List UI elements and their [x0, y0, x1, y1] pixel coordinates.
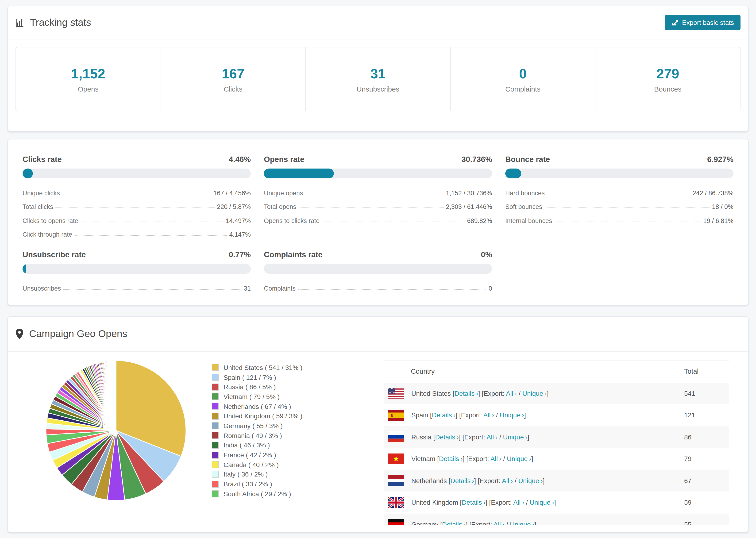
- legend-item-vietnam: Vietnam ( 79 / 5% ): [212, 392, 302, 402]
- detail-label: Total clicks: [23, 203, 53, 213]
- cell-total: 86: [684, 433, 729, 441]
- export-basic-stats-button[interactable]: Export basic stats: [665, 15, 740, 30]
- dotted-leader: [56, 207, 215, 208]
- progress-bar: [264, 169, 492, 178]
- legend-item-france: France ( 42 / 2% ): [212, 450, 302, 459]
- export-all-label: All: [506, 390, 513, 397]
- export-unique-label: Unique: [518, 477, 539, 484]
- rate-panel-head: Unsubscribe rate0.77%: [23, 250, 251, 259]
- export-prefix: [Export:: [469, 521, 492, 525]
- detail-label: Internal bounces: [505, 217, 552, 227]
- legend-item-germany: Germany ( 55 / 3% ): [212, 421, 302, 430]
- export-unique-link[interactable]: Unique›: [507, 455, 531, 463]
- legend-label: Canada ( 40 / 2% ): [224, 461, 279, 468]
- stat-bounces: 279Bounces: [595, 47, 740, 111]
- details-link-label: Details: [462, 499, 482, 506]
- export-all-link[interactable]: All›: [483, 411, 494, 419]
- cell-total: 59: [684, 499, 729, 506]
- rate-title: Bounce rate: [505, 154, 550, 164]
- progress-bar-fill: [264, 169, 334, 178]
- cell-total: 541: [684, 390, 729, 397]
- chevron-right-icon: ›: [502, 521, 504, 525]
- legend-swatch: [212, 490, 219, 497]
- page: Tracking stats Export basic stats 1,152O…: [0, 0, 756, 532]
- export-unique-label: Unique: [507, 455, 528, 463]
- progress-bar-fill: [23, 264, 26, 274]
- table-row-russia: Russia [Details›] [Export: All› / Unique…: [384, 426, 729, 448]
- chevron-right-icon: ›: [457, 433, 459, 441]
- export-unique-link[interactable]: Unique›: [500, 411, 524, 419]
- geo-legend: United States ( 541 / 31% )Spain ( 121 /…: [212, 363, 302, 499]
- legend-label: Russia ( 86 / 5% ): [224, 383, 276, 391]
- geo-opens-header: Campaign Geo Opens: [8, 317, 748, 351]
- dotted-leader: [298, 207, 444, 208]
- export-all-label: All: [483, 411, 490, 419]
- export-all-link[interactable]: All›: [502, 477, 513, 484]
- country-name: Vietnam: [411, 455, 435, 463]
- progress-bar: [23, 169, 251, 178]
- flag-icon-ru: [388, 432, 404, 443]
- export-prefix: [Export:: [466, 455, 489, 463]
- details-link[interactable]: Details›: [462, 499, 486, 506]
- bracket: ]: [531, 455, 533, 463]
- flag-icon-es: [388, 410, 404, 421]
- legend-swatch: [212, 413, 219, 420]
- detail-row-soft-bounces: Soft bounces18 / 0%: [505, 199, 733, 213]
- separator: /: [503, 455, 505, 463]
- export-button-label: Export basic stats: [682, 19, 734, 26]
- export-all-label: All: [486, 433, 494, 441]
- details-link[interactable]: Details›: [442, 521, 466, 525]
- flag-icon-us: [388, 388, 404, 399]
- export-prefix: [Export:: [459, 411, 482, 419]
- legend-label: Netherlands ( 67 / 4% ): [224, 403, 291, 410]
- rates-card: Clicks rate4.46%Unique clicks167 / 4.456…: [8, 139, 748, 305]
- legend-item-india: India ( 46 / 3% ): [212, 440, 302, 450]
- details-link[interactable]: Details›: [439, 455, 463, 463]
- legend-item-canada: Canada ( 40 / 2% ): [212, 460, 302, 469]
- export-unique-label: Unique: [503, 433, 524, 441]
- geo-title: Campaign Geo Opens: [29, 328, 127, 340]
- details-link[interactable]: Details›: [451, 477, 474, 484]
- stat-value: 0: [451, 66, 595, 81]
- detail-row-opens-to-clicks-rate: Opens to clicks rate689.82%: [264, 213, 492, 227]
- stats-row: 1,152Opens167Clicks31Unsubscribes0Compla…: [16, 47, 740, 111]
- export-all-link[interactable]: All›: [513, 499, 524, 506]
- legend-label: Germany ( 55 / 3% ): [224, 422, 283, 430]
- detail-value: 2,303 / 61.446%: [446, 203, 492, 213]
- cell-country: Spain [Details›] [Export: All› / Unique›…: [411, 411, 684, 419]
- bracket: ]: [534, 521, 536, 525]
- export-unique-link[interactable]: Unique›: [510, 521, 534, 525]
- separator: /: [526, 499, 528, 506]
- chevron-right-icon: ›: [552, 499, 554, 506]
- export-all-link[interactable]: All›: [486, 433, 497, 441]
- details-link[interactable]: Details›: [455, 390, 478, 397]
- export-unique-link[interactable]: Unique›: [503, 433, 527, 441]
- export-unique-link[interactable]: Unique›: [522, 390, 547, 397]
- flag-icon-gb: [388, 497, 404, 508]
- stat-value: 1,152: [16, 66, 160, 81]
- bracket: ]: [456, 411, 458, 419]
- table-row-germany: Germany [Details›] [Export: All› / Uniqu…: [384, 513, 729, 525]
- bracket: [: [430, 411, 432, 419]
- export-all-link[interactable]: All›: [506, 390, 517, 397]
- legend-label: United States ( 541 / 31% ): [224, 364, 302, 371]
- details-link[interactable]: Details›: [432, 411, 456, 419]
- stat-label: Clicks: [161, 85, 305, 93]
- legend-item-romania: Romania ( 49 / 3% ): [212, 431, 302, 440]
- legend-swatch: [212, 364, 219, 371]
- country-name: Netherlands: [411, 477, 447, 484]
- cell-country: Germany [Details›] [Export: All› / Uniqu…: [411, 521, 684, 525]
- cell-country: Vietnam [Details›] [Export: All› / Uniqu…: [411, 455, 684, 463]
- export-all-link[interactable]: All›: [494, 521, 504, 525]
- rate-title: Clicks rate: [23, 154, 62, 164]
- stat-value: 31: [306, 66, 450, 81]
- legend-label: United Kingdom ( 59 / 3% ): [224, 412, 302, 420]
- stat-label: Opens: [16, 85, 160, 93]
- export-all-link[interactable]: All›: [490, 455, 501, 463]
- details-link[interactable]: Details›: [435, 433, 459, 441]
- export-unique-link[interactable]: Unique›: [518, 477, 543, 484]
- detail-value: 31: [244, 285, 251, 294]
- dashboard: Tracking stats Export basic stats 1,152O…: [0, 0, 756, 538]
- rate-panel-bounce-rate: Bounce rate6.927%Hard bounces242 / 86.73…: [505, 154, 733, 241]
- export-unique-link[interactable]: Unique›: [530, 499, 554, 506]
